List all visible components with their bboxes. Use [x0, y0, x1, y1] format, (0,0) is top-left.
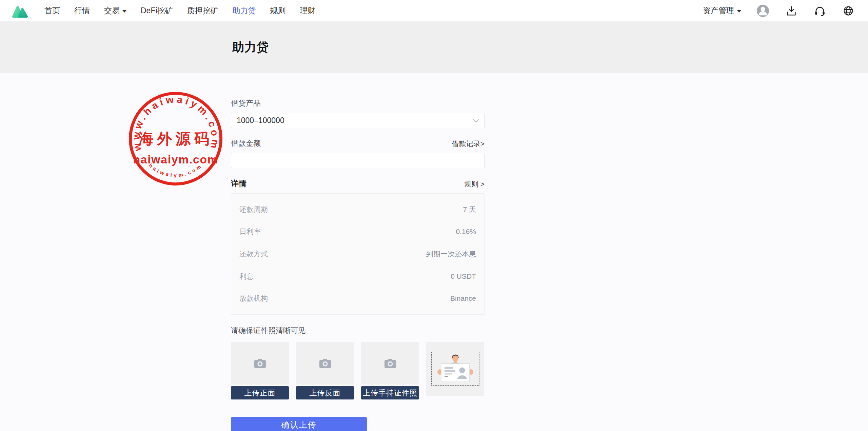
- nav-item-trade[interactable]: 交易: [104, 5, 126, 16]
- watermark-stamp: www.haiwaiym.com 海外源码 haiwaiym.com haiwa…: [126, 89, 225, 188]
- upload-handheld-button[interactable]: 上传手持证件照: [361, 386, 419, 399]
- nav-item-rules[interactable]: 规则: [270, 5, 286, 16]
- amount-input[interactable]: [231, 153, 485, 168]
- page-header: 助力贷: [0, 21, 868, 73]
- camera-icon: [384, 358, 396, 368]
- support-headset-icon[interactable]: [813, 4, 827, 18]
- nav-item-assist-loan[interactable]: 助力贷: [233, 5, 256, 16]
- detail-row-cycle: 还款周期 7 天: [239, 198, 476, 221]
- download-icon[interactable]: [785, 4, 798, 18]
- language-globe-icon[interactable]: [842, 4, 855, 18]
- stamp-arc-bottom-text: haiwaiym.com: [148, 162, 203, 178]
- camera-icon: [254, 358, 266, 368]
- camera-icon: [319, 358, 331, 368]
- loan-form: 借贷产品 1000–100000 借款金额 借款记录> 详情 规则 > 还款周期…: [231, 98, 485, 431]
- asset-management-menu[interactable]: 资产管理: [703, 5, 741, 16]
- amount-label: 借款金额: [231, 138, 261, 149]
- rules-link[interactable]: 规则 >: [464, 179, 485, 189]
- nav-right: 资产管理: [703, 4, 855, 18]
- top-nav: 首页 行情 交易 DeFi挖矿 质押挖矿 助力贷 规则 理财 资产管理: [0, 0, 868, 21]
- product-select-value: 1000–100000: [237, 116, 284, 125]
- upload-grid: 上传正面 上传反面: [231, 342, 485, 399]
- main-nav: 首页 行情 交易 DeFi挖矿 质押挖矿 助力贷 规则 理财: [44, 5, 316, 16]
- nav-item-home[interactable]: 首页: [44, 5, 60, 16]
- chevron-down-icon: [473, 116, 479, 122]
- loan-details-card: 还款周期 7 天 日利率 0.16% 还款方式 到期一次还本息 利息 0 USD…: [231, 193, 485, 315]
- upload-hint: 请确保证件照清晰可见: [231, 326, 485, 336]
- product-select[interactable]: 1000–100000: [231, 113, 485, 128]
- loan-records-link[interactable]: 借款记录>: [452, 139, 485, 149]
- sample-photo-frame: [431, 352, 479, 386]
- upload-cell-handheld: 上传手持证件照: [361, 342, 419, 399]
- detail-row-repay-method: 还款方式 到期一次还本息: [239, 243, 476, 265]
- avatar[interactable]: [756, 4, 770, 18]
- chevron-down-icon: [122, 10, 126, 13]
- detail-row-interest: 利息 0 USDT: [239, 265, 476, 288]
- id-card-sample-illustration: [434, 354, 476, 384]
- upload-front-button[interactable]: 上传正面: [231, 386, 289, 399]
- upload-back-dropzone[interactable]: [296, 342, 354, 385]
- upload-cell-back: 上传反面: [296, 342, 354, 399]
- page-title: 助力贷: [232, 39, 269, 55]
- upload-handheld-dropzone[interactable]: [361, 342, 419, 385]
- nav-item-defi-mining[interactable]: DeFi挖矿: [141, 5, 173, 16]
- sample-photo-box: [426, 342, 484, 396]
- upload-front-dropzone[interactable]: [231, 342, 289, 385]
- detail-label: 详情: [231, 178, 246, 189]
- upload-cell-front: 上传正面: [231, 342, 289, 399]
- stamp-center-text: 海外源码: [138, 131, 213, 147]
- chevron-down-icon: [737, 10, 741, 13]
- brand-logo[interactable]: [12, 4, 28, 18]
- detail-row-daily-rate: 日利率 0.16%: [239, 221, 476, 243]
- stamp-domain-text: haiwaiym.com: [133, 153, 218, 166]
- confirm-upload-button[interactable]: 确认上传: [231, 417, 367, 431]
- product-label: 借贷产品: [231, 98, 485, 109]
- nav-item-wealth[interactable]: 理财: [300, 5, 316, 16]
- main-content: www.haiwaiym.com 海外源码 haiwaiym.com haiwa…: [0, 73, 868, 431]
- detail-row-lender: 放款机构 Binance: [239, 287, 476, 310]
- upload-back-button[interactable]: 上传反面: [296, 386, 354, 399]
- nav-item-markets[interactable]: 行情: [74, 5, 90, 16]
- stamp-arc-text: www.haiwaiym.com: [131, 94, 221, 152]
- nav-item-staking-mining[interactable]: 质押挖矿: [187, 5, 218, 16]
